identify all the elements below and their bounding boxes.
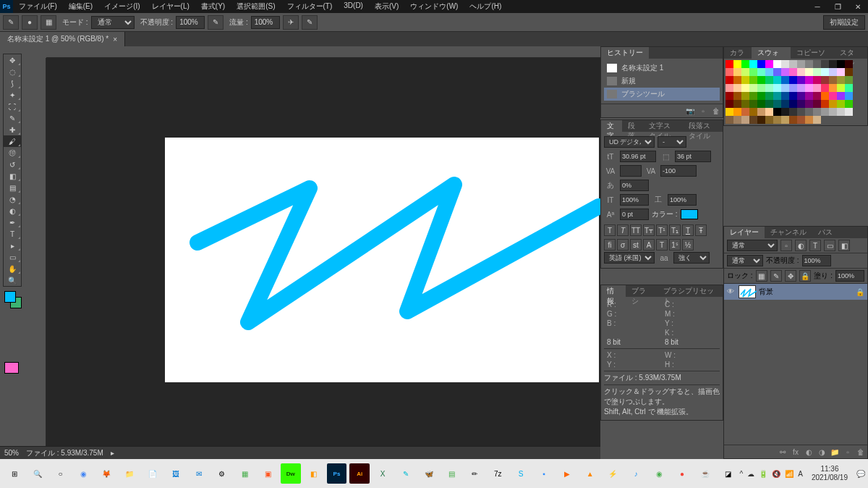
swatch[interactable]: [821, 68, 829, 76]
swatch[interactable]: [789, 100, 797, 108]
swatch[interactable]: [781, 60, 789, 68]
ot-fi-button[interactable]: fi: [604, 239, 616, 251]
swatch[interactable]: [773, 84, 781, 92]
swatch[interactable]: [813, 76, 821, 84]
swatch[interactable]: [797, 116, 805, 124]
app-icon-3[interactable]: ✎: [396, 463, 416, 484]
firefox-icon[interactable]: 🦊: [96, 463, 116, 484]
styles-tab[interactable]: スタイル: [834, 47, 867, 59]
ot-ordinal-button[interactable]: 1ˢ: [669, 239, 681, 251]
swatch[interactable]: [749, 116, 757, 124]
swatch[interactable]: [837, 84, 845, 92]
zoom-level[interactable]: 50%: [4, 449, 19, 457]
swatch[interactable]: [797, 68, 805, 76]
font-size-input[interactable]: [620, 151, 656, 162]
swatch[interactable]: [797, 84, 805, 92]
hand-tool[interactable]: ✋: [4, 263, 21, 274]
swatch[interactable]: [726, 116, 733, 124]
swatch[interactable]: [757, 108, 765, 116]
swatch[interactable]: [765, 92, 773, 100]
swatch[interactable]: [741, 60, 749, 68]
lock-trans-icon[interactable]: ▦: [756, 270, 767, 282]
filter-adjust-icon[interactable]: ◐: [795, 240, 807, 251]
outlook-icon[interactable]: ✉: [189, 463, 209, 484]
zoom-tool[interactable]: 🔍: [4, 274, 21, 286]
path-select-tool[interactable]: ▸: [4, 240, 21, 251]
swatch[interactable]: [789, 92, 797, 100]
swatch[interactable]: [773, 92, 781, 100]
swatch[interactable]: [805, 100, 813, 108]
history-snapshot[interactable]: 名称未設定 1: [604, 62, 720, 75]
history-item[interactable]: ブラシツール: [604, 88, 720, 101]
menu-image[interactable]: イメージ(I): [98, 0, 145, 13]
swatch[interactable]: [845, 84, 853, 92]
ot-titling-button[interactable]: T: [656, 239, 668, 251]
menu-file[interactable]: ファイル(F): [13, 0, 63, 13]
app-icon-2[interactable]: ▣: [258, 463, 278, 484]
swatch[interactable]: [829, 108, 837, 116]
canvas[interactable]: [165, 138, 599, 382]
swatch[interactable]: [726, 68, 733, 76]
menu-edit[interactable]: 編集(E): [63, 0, 98, 13]
swatch[interactable]: [773, 60, 781, 68]
swatch[interactable]: [757, 60, 765, 68]
menu-help[interactable]: ヘルプ(H): [464, 0, 507, 13]
defaults-button[interactable]: 初期設定: [823, 15, 865, 30]
swatch[interactable]: [749, 108, 757, 116]
swatch[interactable]: [757, 116, 765, 124]
swatch[interactable]: [845, 92, 853, 100]
tray-up-icon[interactable]: ^: [740, 470, 744, 478]
explorer-icon[interactable]: 📁: [119, 463, 140, 484]
swatch[interactable]: [829, 76, 837, 84]
taskbar-clock[interactable]: 11:36 2021/08/19: [812, 465, 848, 482]
info-tab[interactable]: 情報: [601, 285, 626, 297]
app-icon-10[interactable]: ◪: [718, 463, 739, 484]
tray-volume-icon[interactable]: 🔇: [772, 470, 780, 478]
photoshop-icon[interactable]: Ps: [327, 463, 347, 484]
swatch[interactable]: [813, 108, 821, 116]
notification-icon[interactable]: 💬: [856, 470, 865, 478]
swatch[interactable]: [805, 84, 813, 92]
start-button[interactable]: ⊞: [4, 463, 25, 484]
eyedropper-tool[interactable]: ✎: [4, 112, 21, 124]
history-new-icon[interactable]: ▫: [698, 106, 708, 116]
opacity-input[interactable]: [176, 16, 205, 29]
swatch[interactable]: [789, 68, 797, 76]
swatch[interactable]: [837, 92, 845, 100]
swatch[interactable]: [805, 68, 813, 76]
superscript-button[interactable]: T¹: [656, 224, 668, 236]
app-icon-4[interactable]: 🦋: [419, 463, 439, 484]
history-tab[interactable]: ヒストリー: [601, 47, 649, 59]
swatch[interactable]: [813, 60, 821, 68]
swatch[interactable]: [789, 116, 797, 124]
link-layers-icon[interactable]: ⚯: [778, 447, 788, 457]
swatch[interactable]: [757, 68, 765, 76]
pen-tool[interactable]: ✒: [4, 216, 21, 228]
swatch[interactable]: [726, 76, 733, 84]
tray-battery-icon[interactable]: 🔋: [759, 470, 767, 478]
close-tab-icon[interactable]: ×: [113, 35, 117, 43]
swatch[interactable]: [805, 60, 813, 68]
layer-row[interactable]: 👁 背景 🔒: [724, 284, 867, 300]
notepad-icon[interactable]: 📄: [142, 463, 163, 484]
swatch[interactable]: [749, 68, 757, 76]
swatch[interactable]: [829, 60, 837, 68]
move-tool[interactable]: ✥: [4, 54, 21, 66]
shape-tool[interactable]: ▭: [4, 251, 21, 263]
italic-button[interactable]: T: [617, 224, 629, 236]
swatch[interactable]: [765, 76, 773, 84]
font-select[interactable]: UD デジタル ...: [604, 136, 655, 148]
record-icon[interactable]: ●: [672, 463, 692, 484]
layers-tab[interactable]: レイヤー: [724, 227, 765, 238]
clone-source-tab[interactable]: コピーソース: [791, 47, 835, 59]
swatch[interactable]: [789, 108, 797, 116]
swatch[interactable]: [773, 108, 781, 116]
swatch[interactable]: [765, 116, 773, 124]
swatch[interactable]: [797, 92, 805, 100]
antialias-select[interactable]: 強く: [673, 252, 710, 264]
adjustment-layer-icon[interactable]: ◑: [817, 447, 827, 457]
text-color-chip[interactable]: [681, 209, 698, 219]
lock-all-icon[interactable]: 🔒: [799, 270, 811, 282]
illustrator-icon[interactable]: Ai: [349, 463, 370, 484]
airbrush-button[interactable]: ✈: [283, 15, 299, 30]
